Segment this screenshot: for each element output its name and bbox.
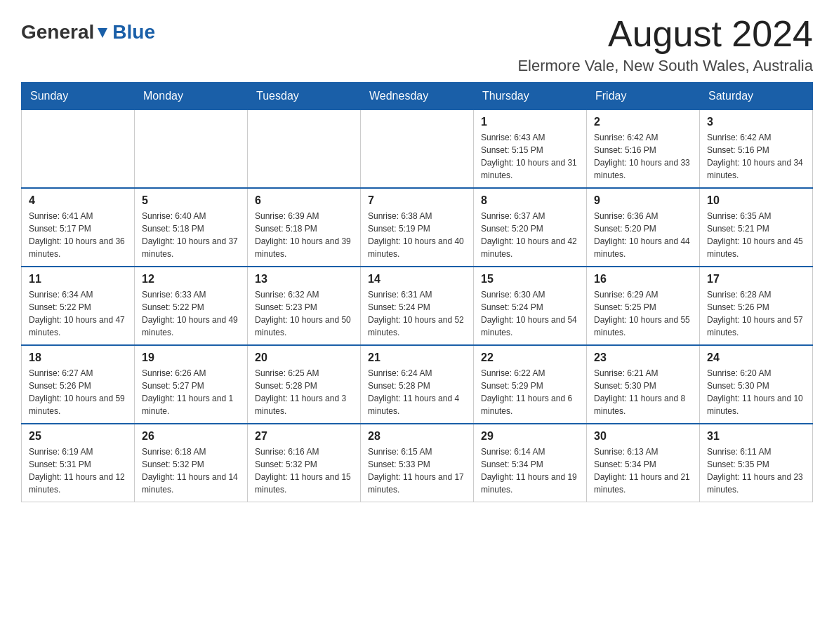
day-info: Sunrise: 6:25 AM Sunset: 5:28 PM Dayligh…	[255, 367, 353, 417]
day-number: 20	[255, 351, 353, 364]
day-info: Sunrise: 6:40 AM Sunset: 5:18 PM Dayligh…	[142, 210, 240, 260]
calendar-week-row: 11Sunrise: 6:34 AM Sunset: 5:22 PM Dayli…	[22, 267, 813, 345]
calendar-cell: 25Sunrise: 6:19 AM Sunset: 5:31 PM Dayli…	[22, 424, 135, 502]
svg-marker-0	[98, 28, 107, 38]
day-number: 5	[142, 194, 240, 207]
calendar-cell: 10Sunrise: 6:35 AM Sunset: 5:21 PM Dayli…	[700, 188, 813, 267]
calendar-cell: 3Sunrise: 6:42 AM Sunset: 5:16 PM Daylig…	[700, 110, 813, 189]
calendar-cell: 7Sunrise: 6:38 AM Sunset: 5:19 PM Daylig…	[361, 188, 474, 267]
day-info: Sunrise: 6:19 AM Sunset: 5:31 PM Dayligh…	[29, 445, 127, 496]
day-info: Sunrise: 6:42 AM Sunset: 5:16 PM Dayligh…	[594, 131, 692, 182]
day-info: Sunrise: 6:28 AM Sunset: 5:26 PM Dayligh…	[707, 288, 805, 339]
day-info: Sunrise: 6:29 AM Sunset: 5:25 PM Dayligh…	[594, 288, 692, 339]
logo-triangle-icon	[95, 25, 110, 41]
day-info: Sunrise: 6:30 AM Sunset: 5:24 PM Dayligh…	[481, 288, 579, 339]
calendar-cell: 18Sunrise: 6:27 AM Sunset: 5:26 PM Dayli…	[22, 345, 135, 424]
day-number: 12	[142, 273, 240, 286]
day-number: 9	[594, 194, 692, 207]
day-number: 10	[707, 194, 805, 207]
day-info: Sunrise: 6:35 AM Sunset: 5:21 PM Dayligh…	[707, 210, 805, 260]
day-info: Sunrise: 6:36 AM Sunset: 5:20 PM Dayligh…	[594, 210, 692, 260]
day-number: 30	[594, 430, 692, 443]
calendar-cell: 19Sunrise: 6:26 AM Sunset: 5:27 PM Dayli…	[135, 345, 248, 424]
calendar-cell: 22Sunrise: 6:22 AM Sunset: 5:29 PM Dayli…	[474, 345, 587, 424]
day-info: Sunrise: 6:21 AM Sunset: 5:30 PM Dayligh…	[594, 367, 692, 417]
calendar-cell: 23Sunrise: 6:21 AM Sunset: 5:30 PM Dayli…	[587, 345, 700, 424]
day-info: Sunrise: 6:27 AM Sunset: 5:26 PM Dayligh…	[29, 367, 127, 417]
day-number: 7	[368, 194, 466, 207]
calendar-cell	[248, 110, 361, 189]
day-info: Sunrise: 6:39 AM Sunset: 5:18 PM Dayligh…	[255, 210, 353, 260]
column-header-thursday: Thursday	[474, 83, 587, 110]
day-info: Sunrise: 6:20 AM Sunset: 5:30 PM Dayligh…	[707, 367, 805, 417]
calendar-cell: 11Sunrise: 6:34 AM Sunset: 5:22 PM Dayli…	[22, 267, 135, 345]
calendar-cell	[22, 110, 135, 189]
calendar-week-row: 25Sunrise: 6:19 AM Sunset: 5:31 PM Dayli…	[22, 424, 813, 502]
day-info: Sunrise: 6:18 AM Sunset: 5:32 PM Dayligh…	[142, 445, 240, 496]
logo-general-text: General	[21, 21, 94, 43]
day-number: 4	[29, 194, 127, 207]
day-info: Sunrise: 6:32 AM Sunset: 5:23 PM Dayligh…	[255, 288, 353, 339]
day-info: Sunrise: 6:13 AM Sunset: 5:34 PM Dayligh…	[594, 445, 692, 496]
day-number: 14	[368, 273, 466, 286]
day-number: 29	[481, 430, 579, 443]
day-number: 3	[707, 116, 805, 128]
calendar-cell: 9Sunrise: 6:36 AM Sunset: 5:20 PM Daylig…	[587, 188, 700, 267]
calendar-cell: 13Sunrise: 6:32 AM Sunset: 5:23 PM Dayli…	[248, 267, 361, 345]
calendar-cell: 1Sunrise: 6:43 AM Sunset: 5:15 PM Daylig…	[474, 110, 587, 189]
day-number: 27	[255, 430, 353, 443]
calendar-cell: 27Sunrise: 6:16 AM Sunset: 5:32 PM Dayli…	[248, 424, 361, 502]
calendar-cell: 30Sunrise: 6:13 AM Sunset: 5:34 PM Dayli…	[587, 424, 700, 502]
day-info: Sunrise: 6:42 AM Sunset: 5:16 PM Dayligh…	[707, 131, 805, 182]
calendar-week-row: 4Sunrise: 6:41 AM Sunset: 5:17 PM Daylig…	[22, 188, 813, 267]
day-number: 19	[142, 351, 240, 364]
calendar-cell: 16Sunrise: 6:29 AM Sunset: 5:25 PM Dayli…	[587, 267, 700, 345]
column-header-sunday: Sunday	[22, 83, 135, 110]
calendar-cell: 5Sunrise: 6:40 AM Sunset: 5:18 PM Daylig…	[135, 188, 248, 267]
day-number: 15	[481, 273, 579, 286]
day-number: 22	[481, 351, 579, 364]
title-area: August 2024 Elermore Vale, New South Wal…	[517, 14, 813, 75]
calendar-cell: 17Sunrise: 6:28 AM Sunset: 5:26 PM Dayli…	[700, 267, 813, 345]
day-number: 28	[368, 430, 466, 443]
calendar-cell: 31Sunrise: 6:11 AM Sunset: 5:35 PM Dayli…	[700, 424, 813, 502]
day-number: 21	[368, 351, 466, 364]
calendar-cell: 6Sunrise: 6:39 AM Sunset: 5:18 PM Daylig…	[248, 188, 361, 267]
calendar-week-row: 18Sunrise: 6:27 AM Sunset: 5:26 PM Dayli…	[22, 345, 813, 424]
day-info: Sunrise: 6:22 AM Sunset: 5:29 PM Dayligh…	[481, 367, 579, 417]
day-info: Sunrise: 6:16 AM Sunset: 5:32 PM Dayligh…	[255, 445, 353, 496]
calendar-cell: 28Sunrise: 6:15 AM Sunset: 5:33 PM Dayli…	[361, 424, 474, 502]
day-info: Sunrise: 6:34 AM Sunset: 5:22 PM Dayligh…	[29, 288, 127, 339]
calendar-cell: 21Sunrise: 6:24 AM Sunset: 5:28 PM Dayli…	[361, 345, 474, 424]
day-info: Sunrise: 6:26 AM Sunset: 5:27 PM Dayligh…	[142, 367, 240, 417]
page-header: General Blue August 2024 Elermore Vale, …	[21, 14, 813, 75]
calendar-week-row: 1Sunrise: 6:43 AM Sunset: 5:15 PM Daylig…	[22, 110, 813, 189]
day-info: Sunrise: 6:38 AM Sunset: 5:19 PM Dayligh…	[368, 210, 466, 260]
location-title: Elermore Vale, New South Wales, Australi…	[517, 57, 813, 75]
day-number: 13	[255, 273, 353, 286]
month-title: August 2024	[517, 14, 813, 54]
column-header-tuesday: Tuesday	[248, 83, 361, 110]
day-info: Sunrise: 6:33 AM Sunset: 5:22 PM Dayligh…	[142, 288, 240, 339]
day-number: 17	[707, 273, 805, 286]
calendar-cell: 4Sunrise: 6:41 AM Sunset: 5:17 PM Daylig…	[22, 188, 135, 267]
day-number: 16	[594, 273, 692, 286]
day-info: Sunrise: 6:24 AM Sunset: 5:28 PM Dayligh…	[368, 367, 466, 417]
day-number: 6	[255, 194, 353, 207]
logo: General Blue	[21, 21, 155, 43]
calendar-cell: 29Sunrise: 6:14 AM Sunset: 5:34 PM Dayli…	[474, 424, 587, 502]
day-info: Sunrise: 6:31 AM Sunset: 5:24 PM Dayligh…	[368, 288, 466, 339]
day-number: 11	[29, 273, 127, 286]
column-header-monday: Monday	[135, 83, 248, 110]
calendar-table: SundayMondayTuesdayWednesdayThursdayFrid…	[21, 82, 813, 502]
day-number: 2	[594, 116, 692, 128]
calendar-cell: 15Sunrise: 6:30 AM Sunset: 5:24 PM Dayli…	[474, 267, 587, 345]
calendar-cell	[361, 110, 474, 189]
day-number: 18	[29, 351, 127, 364]
day-info: Sunrise: 6:14 AM Sunset: 5:34 PM Dayligh…	[481, 445, 579, 496]
calendar-cell: 8Sunrise: 6:37 AM Sunset: 5:20 PM Daylig…	[474, 188, 587, 267]
day-number: 8	[481, 194, 579, 207]
calendar-cell: 24Sunrise: 6:20 AM Sunset: 5:30 PM Dayli…	[700, 345, 813, 424]
day-info: Sunrise: 6:15 AM Sunset: 5:33 PM Dayligh…	[368, 445, 466, 496]
calendar-header-row: SundayMondayTuesdayWednesdayThursdayFrid…	[22, 83, 813, 110]
